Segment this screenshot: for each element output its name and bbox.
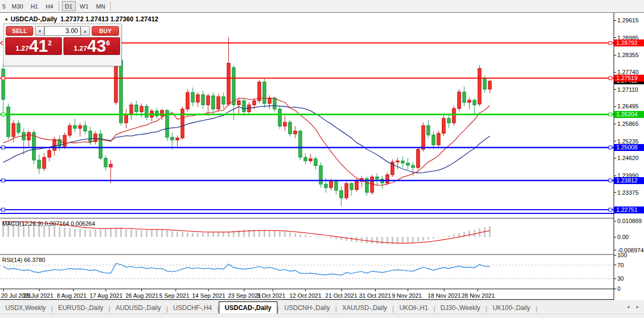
date-tick: [176, 289, 176, 291]
date-tick: [273, 289, 273, 291]
volume-input[interactable]: [44, 26, 81, 36]
price-tag: 1.28792: [614, 39, 644, 46]
price-axis-label: 1.24620: [617, 155, 639, 161]
date-tick: [3, 289, 4, 291]
buy-price-pips: 43: [87, 38, 106, 54]
tab-xauusd-daily[interactable]: XAUUSD-,Daily: [337, 303, 392, 314]
chart-symbol-label: USDCAD-,Daily: [11, 15, 57, 23]
timeframe-button-5[interactable]: 5: [1, 1, 7, 11]
chart-frame-border: [0, 299, 644, 300]
date-label: 21 Oct 2021: [325, 292, 357, 299]
price-axis-label: 1.23375: [617, 189, 639, 196]
sell-button[interactable]: SELL: [6, 26, 33, 36]
price-tag: 1.26204: [614, 111, 644, 118]
buy-button[interactable]: BUY: [92, 26, 119, 36]
price-axis[interactable]: 1.296151.289851.283551.277401.271101.264…: [614, 13, 644, 300]
date-tick: [444, 289, 444, 291]
tab-eurusd-daily[interactable]: EURUSD-,Daily: [53, 303, 109, 314]
date-label: 12 Oct 2021: [289, 292, 321, 299]
date-label: 31 Oct 2021: [359, 292, 391, 299]
date-tick: [39, 289, 39, 291]
macd-label: MACD(12,26,9) 0.007164 0.006264: [2, 220, 95, 227]
tab-usdcad-daily[interactable]: USDCAD-,Daily: [219, 301, 277, 314]
sell-price-box[interactable]: 1.27412: [5, 37, 62, 55]
buy-price-box[interactable]: 1.27436: [63, 37, 120, 55]
date-tick: [305, 289, 306, 291]
rsi-axis-tick: [614, 255, 616, 256]
price-axis-tick: [614, 20, 616, 21]
date-label: 8 Aug 2021: [57, 292, 87, 299]
sell-price-base: 1.27: [15, 44, 29, 52]
toolbar-separator: [59, 1, 60, 11]
timeframe-button-m30[interactable]: M30: [9, 1, 26, 11]
tab-scroll-controls: ◄►: [626, 300, 640, 314]
timeframe-toolbar: 5M30H1H4D1W1MN: [0, 0, 644, 12]
tab-scroll-right-icon[interactable]: ►: [635, 305, 640, 309]
ohlc-quote: 1.27372 1.27413 1.27360 1.27412: [60, 15, 158, 23]
one-click-trade-panel: SELL ▼ ▲ BUY 1.27412 1.27436: [3, 23, 122, 66]
price-axis-label: 1.25865: [617, 121, 639, 127]
rsi-axis-tick: [614, 279, 616, 279]
rsi-axis-label: 100: [617, 252, 627, 258]
status-strip: [0, 314, 644, 318]
macd-axis-tick: [614, 250, 616, 250]
date-label: 29 Jul 2021: [23, 292, 53, 299]
sell-price-pips: 41: [29, 38, 48, 54]
chart-title: ▲USDCAD-,Daily1.27372 1.27413 1.27360 1.…: [4, 15, 158, 23]
price-axis-tick: [614, 192, 616, 193]
collapse-triangle-icon[interactable]: ▲: [4, 17, 9, 21]
price-tag: 1.22751: [614, 206, 644, 213]
price-tag: 1.27519: [614, 75, 644, 82]
date-tick: [106, 289, 106, 291]
tab-dj30-weekly[interactable]: DJ30-,Weekly: [435, 303, 486, 314]
timeframe-button-h1[interactable]: H1: [27, 1, 41, 11]
price-axis-tick: [614, 141, 616, 141]
price-axis-label: 1.28355: [617, 52, 639, 58]
price-axis-tick: [614, 72, 616, 73]
tab-usdchf-h4[interactable]: USDCHF-,H4: [168, 303, 218, 314]
date-tick: [341, 289, 342, 291]
rsi-indicator-canvas[interactable]: [0, 255, 614, 289]
date-tick: [141, 289, 142, 291]
rsi-axis-label: 30: [617, 275, 624, 282]
buy-price-point: 6: [106, 39, 110, 47]
macd-axis-label: 0.00: [617, 234, 629, 240]
date-label: 5 Sep 2021: [160, 292, 189, 299]
timeframe-button-h4[interactable]: H4: [42, 1, 56, 11]
timeframe-button-w1[interactable]: W1: [77, 1, 92, 11]
price-axis-tick: [614, 124, 616, 124]
timeframe-button-d1[interactable]: D1: [62, 1, 76, 11]
date-label: 9 Nov 2021: [392, 292, 422, 299]
date-tick: [208, 289, 209, 291]
chart-frame: 20 Jul 202129 Jul 20218 Aug 202117 Aug 2…: [0, 13, 644, 300]
volume-decrease-button[interactable]: ▼: [35, 26, 44, 36]
timeframe-button-mn[interactable]: MN: [93, 1, 108, 11]
sell-price-point: 2: [48, 39, 52, 47]
rsi-axis-tick: [614, 265, 616, 265]
rsi-axis-tick: [614, 289, 616, 289]
toolbar-separator: [110, 1, 112, 11]
price-axis-label: 1.26495: [617, 103, 639, 109]
date-tick: [375, 289, 376, 291]
date-label: 18 Nov 2021: [428, 292, 461, 299]
volume-increase-button[interactable]: ▲: [81, 26, 90, 36]
price-axis-tick: [614, 89, 616, 90]
macd-axis-tick: [614, 237, 616, 237]
tab-usdx-weekly[interactable]: USDX,Weekly: [0, 303, 51, 314]
price-tag: 1.25008: [614, 144, 644, 151]
price-axis-label: 1.27110: [617, 86, 638, 93]
price-axis-tick: [614, 37, 616, 38]
trading-platform-window: 5M30H1H4D1W1MN 20 Jul 202129 Jul 20218 A…: [0, 0, 644, 318]
rsi-label: RSI(14) 66.3780: [2, 257, 45, 263]
time-axis[interactable]: 20 Jul 202129 Jul 20218 Aug 202117 Aug 2…: [0, 289, 614, 300]
price-axis-tick: [614, 158, 616, 158]
price-axis-tick: [614, 176, 616, 176]
tab-ukoil-h1[interactable]: UKOil-,H1: [394, 303, 433, 314]
tab-usdcnh-daily[interactable]: USDCNH-,Daily: [279, 303, 335, 314]
trade-panel-prices: 1.27412 1.27436: [4, 37, 121, 55]
date-label: 26 Aug 2021: [125, 292, 158, 299]
date-tick: [408, 289, 408, 291]
tab-audusd-daily[interactable]: AUDUSD-,Daily: [110, 303, 166, 314]
tab-scroll-left-icon[interactable]: ◄: [626, 305, 630, 309]
tab-uk100-daily[interactable]: UK100-,Daily: [487, 303, 536, 314]
